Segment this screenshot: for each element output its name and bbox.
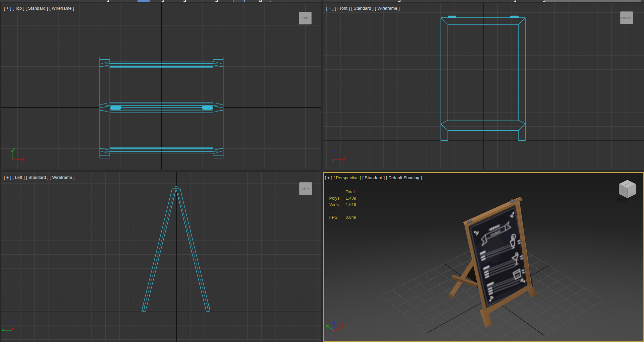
svg-text:z: z bbox=[334, 320, 336, 323]
svg-text:x: x bbox=[22, 155, 24, 159]
svg-text:z: z bbox=[10, 318, 12, 322]
svg-text:y: y bbox=[332, 158, 334, 162]
svg-text:y: y bbox=[12, 147, 15, 151]
svg-text:z: z bbox=[332, 147, 334, 151]
svg-text:x: x bbox=[342, 322, 344, 326]
svg-text:x: x bbox=[343, 155, 345, 159]
svg-text:z: z bbox=[12, 157, 14, 161]
svg-text:y: y bbox=[1, 329, 3, 332]
svg-text:y: y bbox=[326, 324, 328, 328]
